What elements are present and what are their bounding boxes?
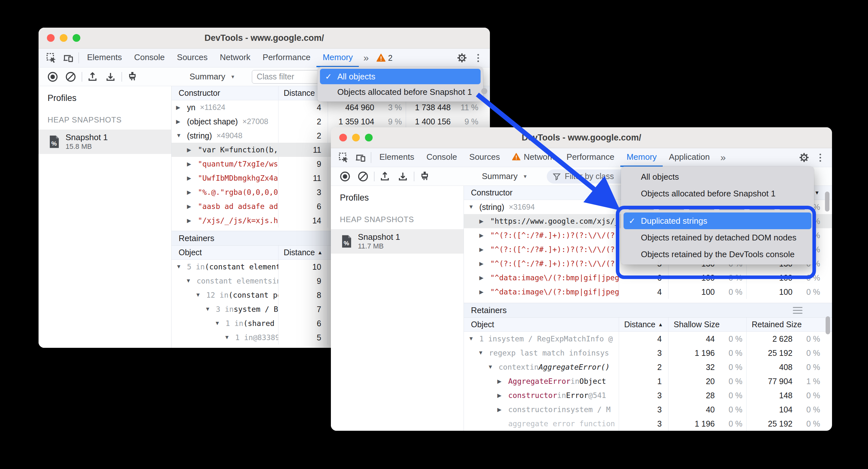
- constructor-row[interactable]: ▶ "^data:image\/(?:bmp|gif|jpeg 4 1000 %…: [464, 285, 832, 299]
- devtools-tab[interactable]: Elements: [373, 148, 420, 167]
- disclosure-arrow[interactable]: ▶: [187, 203, 198, 210]
- tab-label: Network: [220, 52, 250, 62]
- retainer-row[interactable]: ▼ 1 in system / RegExpMatchInfo @ 4 440 …: [464, 332, 832, 346]
- clear-icon[interactable]: [357, 171, 369, 182]
- perspective-select[interactable]: Summary ▼: [189, 72, 235, 82]
- retainer-object: 5 in (constant elements: [187, 263, 278, 271]
- disclosure-arrow[interactable]: ▼: [215, 320, 225, 327]
- inspect-icon[interactable]: [335, 148, 352, 167]
- delete-profile-brush-icon[interactable]: [127, 71, 138, 83]
- disclosure-arrow[interactable]: ▶: [479, 274, 490, 281]
- devtools-tab[interactable]: Sources: [463, 148, 506, 167]
- disclosure-arrow[interactable]: ▶: [479, 218, 490, 225]
- gear-icon[interactable]: [454, 53, 470, 63]
- retainer-row[interactable]: ▶ constructor in Error @541 3 280 % 1480…: [464, 388, 832, 403]
- gear-icon[interactable]: [796, 152, 812, 163]
- disclosure-arrow[interactable]: ▶: [479, 289, 490, 295]
- tab-label: Memory: [626, 152, 657, 162]
- devtools-tab[interactable]: Elements: [81, 49, 128, 67]
- retainer-row[interactable]: ▼ regexp_last_match_info in sys 3 1 1960…: [464, 346, 832, 360]
- devtools-tab[interactable]: Application: [663, 148, 716, 167]
- disclosure-arrow[interactable]: ▼: [186, 278, 196, 284]
- disclosure-arrow[interactable]: ▼: [205, 306, 216, 313]
- disclosure-arrow[interactable]: ▶: [479, 232, 490, 239]
- disclosure-arrow[interactable]: ▼: [176, 133, 187, 139]
- disclosure-arrow[interactable]: ▼: [488, 364, 499, 370]
- constructor-column-header[interactable]: Constructor: [464, 186, 619, 200]
- load-profile-icon[interactable]: [87, 71, 98, 83]
- disclosure-arrow[interactable]: ▶: [187, 189, 198, 196]
- retained-size-value: 1 738 448: [415, 103, 451, 112]
- tab-label: Sources: [177, 52, 208, 62]
- more-tabs-icon[interactable]: »: [716, 148, 731, 167]
- kebab-menu-icon[interactable]: [815, 151, 826, 164]
- perspective-select[interactable]: Summary ▼: [482, 171, 527, 181]
- divider: [121, 72, 122, 82]
- devtools-tab[interactable]: Network: [214, 49, 256, 67]
- disclosure-arrow[interactable]: ▶: [187, 217, 198, 224]
- disclosure-arrow[interactable]: ▼: [468, 335, 479, 342]
- hamburger-menu-icon[interactable]: [793, 307, 803, 314]
- snapshot-item[interactable]: % Snapshot 1 11.7 MB: [331, 229, 464, 254]
- scrollbar-thumb[interactable]: [825, 192, 830, 211]
- record-heap-icon[interactable]: [339, 171, 351, 182]
- retainer-row[interactable]: ▶ constructor in system / M 3 400 % 1040…: [464, 403, 832, 417]
- retainer-row[interactable]: ▼ context in AggregateError() 2 320 % 40…: [464, 360, 832, 374]
- scrollbar-thumb[interactable]: [826, 316, 830, 334]
- devtools-tab[interactable]: Console: [128, 49, 170, 67]
- load-profile-icon[interactable]: [379, 171, 391, 182]
- snapshot-item[interactable]: % Snapshot 1 15.8 MB: [38, 129, 171, 154]
- object-column-header[interactable]: Object: [464, 318, 619, 331]
- disclosure-arrow[interactable]: ▶: [497, 406, 508, 413]
- constructor-row[interactable]: ▶ (object shape) ×27008 2 1 359 1049 % 1…: [172, 114, 490, 128]
- devtools-tab[interactable]: Memory: [316, 49, 359, 67]
- issues-count: 2: [388, 53, 393, 63]
- save-profile-icon[interactable]: [105, 71, 116, 83]
- constructor-column-header[interactable]: Constructor: [172, 86, 278, 100]
- retainer-object: constructor in system / M: [508, 405, 611, 414]
- delete-profile-brush-icon[interactable]: [419, 171, 431, 182]
- disclosure-arrow[interactable]: ▶: [187, 161, 198, 168]
- devtools-tab[interactable]: Network: [506, 148, 560, 167]
- record-heap-icon[interactable]: [47, 71, 59, 83]
- device-toolbar-icon[interactable]: [352, 148, 369, 167]
- object-column-header[interactable]: Object: [172, 245, 278, 259]
- disclosure-arrow[interactable]: ▼: [468, 204, 479, 210]
- shallow-size-column-header[interactable]: Shallow Size: [668, 318, 746, 331]
- devtools-tab[interactable]: Performance: [561, 148, 621, 167]
- menu-item[interactable]: All objects: [623, 169, 811, 185]
- retainer-distance-column-header[interactable]: Distance▲: [619, 318, 668, 331]
- save-profile-icon[interactable]: [397, 171, 409, 182]
- disclosure-arrow[interactable]: ▶: [176, 104, 187, 111]
- disclosure-arrow[interactable]: ▼: [478, 350, 489, 356]
- retainer-row[interactable]: ▶ AggregateError in Object 1 200 % 77 90…: [464, 374, 832, 388]
- clear-icon[interactable]: [65, 71, 76, 83]
- disclosure-arrow[interactable]: ▶: [187, 147, 198, 153]
- disclosure-arrow[interactable]: ▶: [497, 378, 508, 385]
- devtools-tab[interactable]: Sources: [171, 49, 214, 67]
- device-toolbar-icon[interactable]: [60, 49, 76, 67]
- disclosure-arrow[interactable]: ▶: [176, 118, 187, 125]
- scrollbar-thumb[interactable]: [481, 88, 487, 94]
- menu-item[interactable]: Objects allocated before Snapshot 1: [623, 185, 811, 202]
- disclosure-arrow[interactable]: ▼: [195, 292, 206, 298]
- disclosure-arrow[interactable]: ▼: [224, 334, 235, 341]
- more-tabs-icon[interactable]: »: [359, 49, 373, 67]
- retainer-distance-column-header[interactable]: Distance▲: [278, 245, 328, 259]
- disclosure-arrow[interactable]: ▶: [479, 246, 490, 253]
- disclosure-arrow[interactable]: ▼: [176, 264, 187, 270]
- devtools-tab[interactable]: Performance: [257, 49, 317, 67]
- retained-size-column-header[interactable]: Retained Size: [746, 318, 824, 331]
- inspect-icon[interactable]: [43, 49, 60, 67]
- constructor-row[interactable]: ▶ yn ×11624 4 464 9603 % 1 738 44811 %: [172, 100, 490, 114]
- kebab-menu-icon[interactable]: [473, 52, 484, 65]
- disclosure-arrow[interactable]: ▶: [479, 260, 490, 267]
- devtools-tab[interactable]: Console: [420, 148, 463, 167]
- disclosure-arrow[interactable]: ▶: [497, 392, 508, 399]
- disclosure-arrow[interactable]: ▶: [187, 175, 198, 182]
- menu-item[interactable]: ✓ All objects: [320, 69, 480, 84]
- menu-item[interactable]: Objects allocated before Snapshot 1: [320, 84, 480, 100]
- retainer-row[interactable]: aggregate_error_function 3 1 1960 % 25 1…: [464, 417, 832, 431]
- issues-badge[interactable]: 2: [373, 49, 396, 67]
- devtools-tab[interactable]: Memory: [620, 148, 663, 167]
